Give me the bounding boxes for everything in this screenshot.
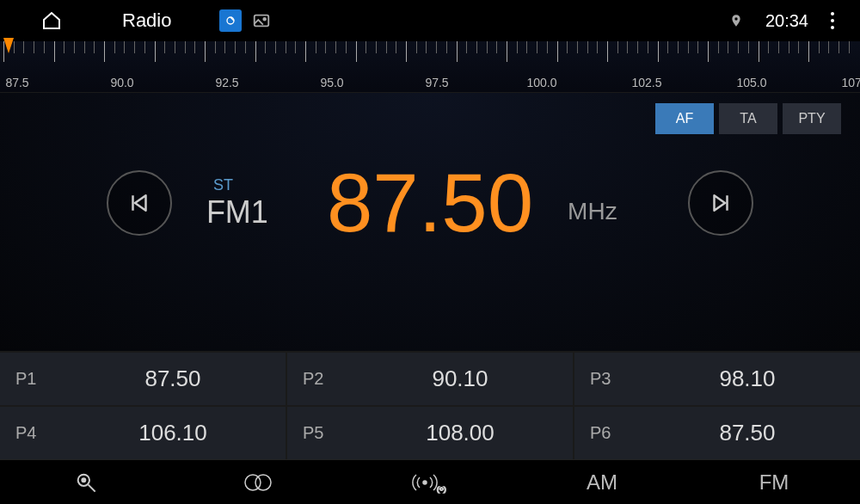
- status-right: 20:34: [729, 11, 843, 31]
- stereo-toggle-button[interactable]: [172, 460, 344, 504]
- status-icons: [219, 9, 273, 32]
- svg-point-8: [423, 481, 427, 484]
- preset-grid: P1 87.50 P2 90.10 P3 98.10 P4 106.10 P5 …: [0, 351, 860, 459]
- preset-label: P2: [287, 369, 347, 389]
- dial-label: 107.5: [841, 76, 860, 89]
- preset-5[interactable]: P5 108.00: [287, 407, 573, 459]
- preset-label: P5: [287, 423, 347, 443]
- svg-point-2: [264, 18, 267, 21]
- mode-buttons: AF TA PTY: [655, 103, 841, 134]
- preset-label: P6: [574, 423, 635, 443]
- frequency-display: ST FM1 87.50 MHz: [0, 162, 860, 244]
- dial-label: 102.5: [631, 76, 661, 89]
- pty-button[interactable]: PTY: [783, 103, 841, 134]
- status-bar: Radio 20:34: [0, 0, 860, 41]
- band-label: FM1: [206, 194, 268, 230]
- dial-label: 87.5: [5, 76, 28, 89]
- current-frequency: 87.50: [327, 162, 533, 244]
- am-label: AM: [587, 470, 617, 495]
- seek-prev-button[interactable]: [107, 170, 172, 236]
- svg-point-7: [255, 475, 271, 490]
- stereo-label: ST: [213, 176, 233, 194]
- svg-line-4: [89, 484, 95, 491]
- preset-freq: 87.50: [60, 366, 286, 392]
- signal-button[interactable]: (‹›): [344, 460, 516, 504]
- dial-label: 100.0: [526, 76, 556, 89]
- preset-freq: 98.10: [635, 366, 860, 392]
- dial-label: 90.0: [110, 76, 133, 89]
- preset-6[interactable]: P6 87.50: [574, 407, 860, 459]
- frequency-unit: MHz: [568, 198, 654, 225]
- dial-label: 105.0: [736, 76, 766, 89]
- dial-label: 92.5: [215, 76, 238, 89]
- ta-button[interactable]: TA: [719, 103, 777, 134]
- preset-freq: 108.00: [347, 420, 573, 446]
- bottom-nav: (‹›) AM FM: [0, 459, 860, 504]
- fm-label: FM: [759, 470, 789, 495]
- svg-point-0: [227, 17, 234, 24]
- home-icon[interactable]: [41, 10, 62, 31]
- main-display: AF TA PTY ST FM1 87.50 MHz: [0, 93, 860, 351]
- fm-button[interactable]: FM: [688, 460, 860, 504]
- preset-4[interactable]: P4 106.10: [0, 407, 286, 459]
- preset-label: P1: [0, 369, 60, 389]
- preset-freq: 106.10: [60, 420, 286, 446]
- gallery-icon: [250, 9, 273, 32]
- band-info: ST FM1: [206, 176, 292, 230]
- preset-freq: 90.10: [347, 366, 573, 392]
- preset-3[interactable]: P3 98.10: [574, 353, 860, 405]
- frequency-dial[interactable]: 87.590.092.595.097.5100.0102.5105.0107.5: [0, 41, 860, 93]
- menu-icon[interactable]: [831, 12, 834, 29]
- scan-button[interactable]: [0, 460, 172, 504]
- svg-point-5: [82, 478, 85, 482]
- dial-label: 95.0: [320, 76, 343, 89]
- dial-label: 97.5: [425, 76, 448, 89]
- am-button[interactable]: AM: [516, 460, 688, 504]
- preset-2[interactable]: P2 90.10: [287, 353, 573, 405]
- preset-freq: 87.50: [635, 420, 860, 446]
- preset-label: P4: [0, 423, 60, 443]
- svg-text:(‹›): (‹›): [437, 485, 446, 493]
- preset-1[interactable]: P1 87.50: [0, 353, 286, 405]
- app-badge-icon: [219, 9, 242, 32]
- clock: 20:34: [765, 11, 808, 31]
- location-icon: [729, 11, 743, 30]
- app-title: Radio: [122, 9, 171, 32]
- af-button[interactable]: AF: [655, 103, 714, 134]
- preset-label: P3: [574, 369, 635, 389]
- seek-next-button[interactable]: [688, 170, 753, 236]
